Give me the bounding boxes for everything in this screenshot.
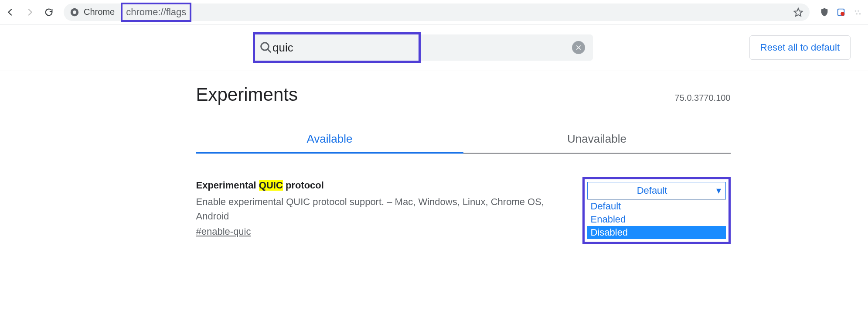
reset-all-button[interactable]: Reset all to default <box>749 35 851 60</box>
dropdown-option-default[interactable]: Default <box>587 200 726 213</box>
browser-toolbar: Chrome chrome://flags <box>0 0 868 24</box>
flag-dropdown-highlight: Default Default Enabled Disabled <box>582 177 731 244</box>
nav-buttons <box>5 7 54 17</box>
flag-text-col: Experimental QUIC protocol Enable experi… <box>196 180 565 237</box>
clear-search-button[interactable] <box>572 41 585 54</box>
content-area: Experiments 75.0.3770.100 Available Unav… <box>120 71 748 244</box>
flag-dropdown-select[interactable]: Default <box>587 182 726 199</box>
tab-available[interactable]: Available <box>196 126 463 154</box>
search-input[interactable] <box>272 41 414 55</box>
svg-point-4 <box>841 12 844 16</box>
reload-button[interactable] <box>44 7 54 17</box>
bookmark-star-icon[interactable] <box>793 7 803 17</box>
dropdown-option-disabled[interactable]: Disabled <box>587 226 726 239</box>
flag-anchor-link[interactable]: #enable-quic <box>196 226 251 237</box>
chrome-page-icon <box>70 7 79 17</box>
flag-title: Experimental QUIC protocol <box>196 180 565 191</box>
svg-point-9 <box>261 43 269 51</box>
misc-extension-icon[interactable] <box>852 7 863 17</box>
flags-page: Reset all to default Experiments 75.0.37… <box>0 24 868 244</box>
extension-icons <box>819 7 863 17</box>
flag-description: Enable experimental QUIC protocol suppor… <box>196 195 565 223</box>
svg-point-5 <box>855 10 857 12</box>
version-label: 75.0.3770.100 <box>675 93 731 103</box>
forward-button[interactable] <box>24 7 35 17</box>
flag-dropdown-list: Default Enabled Disabled <box>587 199 726 239</box>
ublock-extension-icon[interactable] <box>836 7 846 17</box>
flag-title-highlight: QUIC <box>259 180 283 191</box>
page-title: Experiments <box>138 84 298 105</box>
search-icon <box>259 41 272 54</box>
svg-point-8 <box>859 13 861 14</box>
omnibox-url: chrome://flags <box>126 7 186 18</box>
back-button[interactable] <box>5 7 16 17</box>
omnibox-site-label: Chrome <box>84 7 115 17</box>
dropdown-option-enabled[interactable]: Enabled <box>587 213 726 226</box>
top-controls-row: Reset all to default <box>0 32 868 71</box>
omnibox-url-highlight: chrome://flags <box>121 3 191 22</box>
flag-title-post: protocol <box>283 180 324 191</box>
shield-extension-icon[interactable] <box>819 7 830 17</box>
tab-unavailable[interactable]: Unavailable <box>463 126 731 154</box>
search-highlight-box <box>253 32 421 63</box>
flag-entry: Experimental QUIC protocol Enable experi… <box>196 180 731 244</box>
flag-title-pre: Experimental <box>196 180 259 191</box>
header-row: Experiments 75.0.3770.100 <box>138 84 731 105</box>
svg-point-7 <box>856 13 858 14</box>
svg-point-6 <box>858 10 859 12</box>
tabs: Available Unavailable <box>196 126 731 154</box>
omnibox[interactable]: Chrome chrome://flags <box>64 3 810 21</box>
search-bar-extension[interactable] <box>421 34 593 61</box>
svg-point-1 <box>73 10 76 14</box>
